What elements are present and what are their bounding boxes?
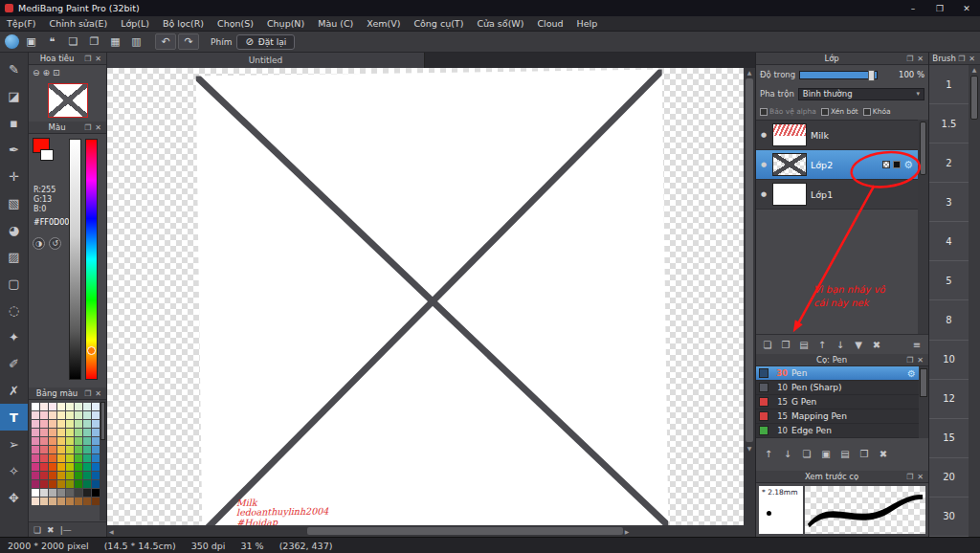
brush-size-option[interactable]: 1.5: [929, 104, 969, 144]
palette-swatch[interactable]: [66, 446, 74, 453]
layer-settings-gear-icon[interactable]: ⚙: [903, 159, 913, 171]
palette-swatch[interactable]: [83, 463, 91, 471]
dot-pen-tool[interactable]: ▪: [0, 109, 28, 136]
palette-swatch[interactable]: [92, 429, 100, 436]
popout-icon[interactable]: ❐: [82, 123, 93, 132]
menu-item[interactable]: Tệp(F): [0, 16, 43, 32]
palette-swatch[interactable]: [40, 411, 48, 419]
value-slider[interactable]: [69, 139, 81, 380]
palette-swatch[interactable]: [92, 403, 100, 410]
palette-swatch[interactable]: [83, 429, 91, 436]
popout-icon[interactable]: ❐: [82, 55, 93, 63]
scroll-right-icon[interactable]: ▶: [623, 527, 632, 536]
palette-swatch[interactable]: [66, 498, 74, 505]
zoom-in-icon[interactable]: ⊕: [43, 68, 51, 77]
palette-swatch[interactable]: [92, 437, 100, 445]
opacity-slider[interactable]: [799, 71, 878, 79]
brush-settings-gear-icon[interactable]: ⚙: [907, 368, 916, 379]
close-panel-icon[interactable]: ✕: [93, 55, 103, 63]
palette-swatch[interactable]: [92, 454, 100, 462]
document-tab[interactable]: Untitled: [107, 53, 425, 68]
layer-scrollbar[interactable]: [918, 120, 928, 334]
select-eraser-tool[interactable]: ✗: [0, 377, 28, 404]
layer-color-chip-icon[interactable]: [893, 161, 901, 168]
palette-options-button[interactable]: |—: [60, 525, 72, 535]
palette-swatch[interactable]: [40, 498, 48, 505]
palette-swatch[interactable]: [32, 403, 39, 410]
palette-swatch[interactable]: [75, 480, 82, 488]
palette-swatch[interactable]: [83, 472, 91, 479]
brush-row[interactable]: 15G Pen: [756, 395, 919, 409]
duplicate-layer-button[interactable]: ❐: [778, 340, 793, 350]
size-scrollbar[interactable]: ▲: [969, 65, 980, 537]
close-panel-icon[interactable]: ✕: [93, 389, 103, 398]
palette-swatch[interactable]: [83, 446, 91, 453]
scroll-left-icon[interactable]: ◀: [107, 527, 116, 536]
delete-layer-button[interactable]: ✖: [869, 340, 884, 350]
horizontal-scrollbar[interactable]: ◀ ▶: [107, 525, 744, 537]
palette-scrollbar[interactable]: [100, 400, 106, 520]
add-palette-color-button[interactable]: ❏: [33, 525, 41, 535]
popout-icon[interactable]: ❐: [904, 473, 915, 481]
palette-swatch[interactable]: [92, 498, 100, 505]
add-brush-button[interactable]: ❏: [799, 449, 814, 459]
popout-icon[interactable]: ❐: [904, 55, 915, 63]
palette-swatch[interactable]: [40, 463, 48, 471]
scrollbar-thumb[interactable]: [746, 78, 753, 442]
lasso-tool[interactable]: ◌: [0, 297, 28, 323]
brush-row[interactable]: 10Pen (Sharp): [756, 381, 919, 395]
palette-swatch[interactable]: [57, 454, 65, 462]
menu-item[interactable]: Chọn(S): [211, 16, 260, 32]
operation-tool[interactable]: ➢: [0, 431, 28, 457]
palette-swatch[interactable]: [66, 420, 74, 428]
hue-slider[interactable]: [85, 139, 98, 380]
palette-swatch[interactable]: [66, 411, 74, 419]
palette-swatch[interactable]: [49, 463, 56, 471]
palette-swatch[interactable]: [66, 454, 74, 462]
palette-swatch[interactable]: [66, 429, 74, 436]
palette-swatch[interactable]: [66, 489, 74, 497]
palette-swatch[interactable]: [75, 472, 82, 479]
brush-size-option[interactable]: 8: [929, 300, 969, 340]
palette-swatch[interactable]: [57, 498, 65, 505]
palette-swatch[interactable]: [83, 403, 91, 410]
layer-visibility-icon[interactable]: ●: [759, 161, 768, 168]
hue-marker[interactable]: [87, 346, 96, 355]
background-color-swatch[interactable]: [40, 149, 54, 161]
close-panel-icon[interactable]: ✕: [915, 55, 925, 63]
palette-swatch[interactable]: [66, 480, 74, 488]
delete-brush-button[interactable]: ✖: [876, 449, 891, 459]
palette-swatch[interactable]: [32, 429, 39, 436]
brush-row[interactable]: 10Edge Pen: [756, 424, 919, 438]
close-panel-icon[interactable]: ✕: [93, 123, 103, 132]
protect-alpha-checkbox[interactable]: [760, 108, 768, 116]
palette-swatch[interactable]: [83, 480, 91, 488]
palette-swatch[interactable]: [40, 403, 48, 410]
grid-view-icon[interactable]: ▦: [106, 33, 124, 50]
bucket-tool[interactable]: ◕: [0, 216, 28, 243]
palette-swatch[interactable]: [57, 480, 65, 488]
select-pen-tool[interactable]: ✐: [0, 350, 28, 377]
palette-swatch[interactable]: [40, 454, 48, 462]
fit-view-icon[interactable]: ⊡: [53, 68, 60, 77]
scroll-up-icon[interactable]: ▲: [746, 68, 754, 77]
palette-swatch[interactable]: [75, 489, 82, 497]
palette-swatch[interactable]: [66, 403, 74, 410]
brush-tool[interactable]: ✎: [0, 55, 28, 82]
palette-swatch[interactable]: [57, 472, 65, 479]
palette-swatch[interactable]: [32, 472, 39, 479]
scroll-up-icon[interactable]: ▲: [970, 65, 979, 74]
menu-item[interactable]: Cloud: [530, 16, 569, 32]
palette-swatch[interactable]: [75, 420, 82, 428]
palette-swatch[interactable]: [92, 420, 100, 428]
fill-tool[interactable]: ▧: [0, 189, 28, 216]
save-icon[interactable]: ▣: [22, 33, 40, 50]
minimize-button[interactable]: –: [900, 0, 926, 16]
comment-icon[interactable]: ❝: [43, 33, 61, 50]
palette-swatch[interactable]: [83, 454, 91, 462]
palette-swatch[interactable]: [40, 472, 48, 479]
brush-size-option[interactable]: 3: [929, 183, 969, 222]
layer-row[interactable]: ●Lớp1: [756, 180, 918, 210]
menu-item[interactable]: Chụp(N): [260, 16, 311, 32]
palette-swatch[interactable]: [83, 489, 91, 497]
